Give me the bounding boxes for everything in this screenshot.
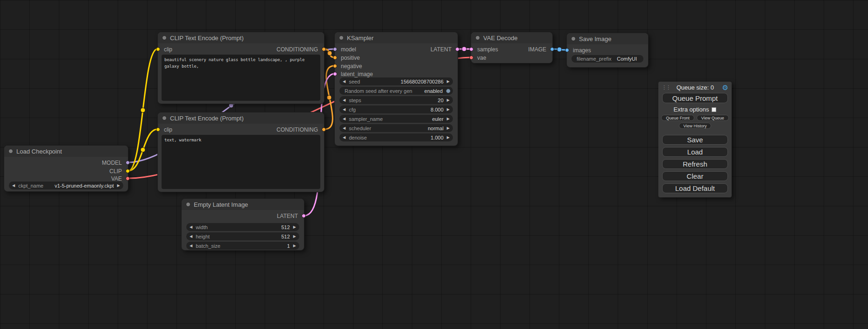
output-label-latent: LATENT bbox=[277, 213, 298, 219]
collapse-dot-icon[interactable] bbox=[571, 36, 576, 41]
load-button[interactable]: Load bbox=[662, 147, 728, 157]
decrement-arrow-icon[interactable]: ◀ bbox=[343, 77, 346, 85]
queue-front-button[interactable]: Queue Front bbox=[661, 115, 694, 121]
random-seed-widget[interactable]: Random seed after every gen enabled bbox=[339, 87, 453, 95]
widget-label: sampler_name bbox=[349, 116, 383, 122]
collapse-dot-icon[interactable] bbox=[339, 35, 344, 40]
output-port-latent[interactable] bbox=[302, 214, 306, 218]
decrement-arrow-icon[interactable]: ◀ bbox=[190, 242, 192, 250]
view-queue-button[interactable]: View Queue bbox=[697, 115, 729, 121]
node-save-image[interactable]: Save Image images filename_prefix ComfyU… bbox=[566, 33, 649, 68]
prompt-textarea[interactable]: beautiful scenery nature glass bottle la… bbox=[162, 55, 320, 101]
collapse-dot-icon[interactable] bbox=[162, 35, 167, 40]
increment-arrow-icon[interactable]: ▶ bbox=[293, 232, 296, 240]
decrement-arrow-icon[interactable]: ◀ bbox=[190, 223, 192, 231]
extra-options-checkbox[interactable] bbox=[712, 107, 716, 112]
toggle-knob[interactable] bbox=[446, 89, 451, 93]
next-arrow-icon[interactable]: ▶ bbox=[117, 182, 120, 189]
node-title[interactable]: VAE Decode bbox=[471, 32, 552, 43]
node-clip-text-encode-negative[interactable]: CLIP Text Encode (Prompt) clip CONDITION… bbox=[157, 112, 325, 192]
node-graph-canvas[interactable]: Load Checkpoint MODEL CLIP VAE ◀ ckpt_na… bbox=[0, 0, 868, 329]
collapse-dot-icon[interactable] bbox=[8, 149, 13, 154]
prev-arrow-icon[interactable]: ◀ bbox=[12, 182, 15, 189]
node-title[interactable]: CLIP Text Encode (Prompt) bbox=[158, 32, 324, 43]
prev-arrow-icon[interactable]: ◀ bbox=[343, 124, 346, 132]
output-port-model[interactable] bbox=[126, 161, 130, 165]
width-widget[interactable]: ◀ width 512 ▶ bbox=[186, 223, 299, 231]
node-vae-decode[interactable]: VAE Decode samples IMAGE vae bbox=[471, 32, 553, 63]
prev-arrow-icon[interactable]: ◀ bbox=[343, 115, 346, 123]
increment-arrow-icon[interactable]: ▶ bbox=[447, 77, 450, 85]
output-port-conditioning[interactable] bbox=[322, 127, 326, 132]
drag-handle-icon[interactable]: ⋮⋮ bbox=[662, 84, 668, 91]
collapse-dot-icon[interactable] bbox=[162, 116, 167, 120]
output-label-vae: VAE bbox=[111, 175, 122, 182]
next-arrow-icon[interactable]: ▶ bbox=[447, 115, 450, 123]
cfg-widget[interactable]: ◀ cfg 8.000 ▶ bbox=[339, 105, 453, 113]
view-history-button[interactable]: View History bbox=[679, 123, 712, 129]
clear-button[interactable]: Clear bbox=[662, 171, 728, 181]
load-default-button[interactable]: Load Default bbox=[662, 183, 728, 193]
input-port-clip[interactable] bbox=[156, 127, 160, 132]
node-title[interactable]: KSampler bbox=[335, 32, 458, 43]
input-label-latent-image: latent_image bbox=[341, 71, 373, 77]
node-title-text: Load Checkpoint bbox=[16, 148, 62, 155]
input-port-vae[interactable] bbox=[469, 56, 473, 60]
node-title-text: Save Image bbox=[579, 35, 611, 42]
output-label-conditioning: CONDITIONING bbox=[276, 46, 318, 53]
output-label-model: MODEL bbox=[102, 160, 122, 166]
widget-label: denoise bbox=[349, 135, 367, 140]
next-arrow-icon[interactable]: ▶ bbox=[447, 124, 450, 132]
denoise-widget[interactable]: ◀ denoise 1.000 ▶ bbox=[339, 133, 453, 141]
input-label-positive: positive bbox=[341, 55, 360, 61]
steps-widget[interactable]: ◀ steps 20 ▶ bbox=[339, 96, 453, 104]
node-title[interactable]: CLIP Text Encode (Prompt) bbox=[158, 112, 324, 124]
increment-arrow-icon[interactable]: ▶ bbox=[293, 242, 296, 250]
queue-prompt-button[interactable]: Queue Prompt bbox=[662, 93, 728, 103]
increment-arrow-icon[interactable]: ▶ bbox=[447, 105, 450, 113]
output-port-vae[interactable] bbox=[126, 176, 130, 181]
wire-midpoint-latent-out bbox=[462, 47, 466, 51]
widget-value: 8.000 bbox=[356, 107, 444, 112]
node-load-checkpoint[interactable]: Load Checkpoint MODEL CLIP VAE ◀ ckpt_na… bbox=[4, 145, 128, 192]
input-port-model[interactable] bbox=[333, 47, 337, 51]
input-port-negative[interactable] bbox=[333, 64, 337, 68]
filename-prefix-widget[interactable]: filename_prefix ComfyUI bbox=[572, 55, 643, 63]
decrement-arrow-icon[interactable]: ◀ bbox=[190, 232, 192, 240]
node-title[interactable]: Empty Latent Image bbox=[182, 199, 304, 210]
sampler-name-widget[interactable]: ◀ sampler_name euler ▶ bbox=[339, 115, 453, 123]
output-port-latent[interactable] bbox=[455, 47, 459, 51]
height-widget[interactable]: ◀ height 512 ▶ bbox=[186, 232, 299, 240]
save-button[interactable]: Save bbox=[662, 135, 728, 145]
settings-gear-icon[interactable]: ⚙ bbox=[722, 84, 728, 91]
input-port-samples[interactable] bbox=[469, 47, 473, 51]
collapse-dot-icon[interactable] bbox=[186, 202, 191, 207]
scheduler-widget[interactable]: ◀ scheduler normal ▶ bbox=[339, 124, 453, 132]
decrement-arrow-icon[interactable]: ◀ bbox=[343, 105, 346, 113]
node-title[interactable]: Load Checkpoint bbox=[4, 146, 128, 157]
node-title-text: KSampler bbox=[347, 35, 374, 42]
refresh-button[interactable]: Refresh bbox=[662, 159, 728, 169]
input-port-latent-image[interactable] bbox=[333, 72, 337, 76]
batch-size-widget[interactable]: ◀ batch_size 1 ▶ bbox=[186, 242, 299, 250]
input-port-positive[interactable] bbox=[333, 56, 337, 60]
output-port-image[interactable] bbox=[550, 47, 554, 51]
seed-widget[interactable]: ◀ seed 156680208700286 ▶ bbox=[339, 77, 453, 85]
node-clip-text-encode-positive[interactable]: CLIP Text Encode (Prompt) clip CONDITION… bbox=[157, 32, 325, 104]
decrement-arrow-icon[interactable]: ◀ bbox=[343, 133, 346, 141]
node-ksampler[interactable]: KSampler model LATENT positive negative … bbox=[334, 32, 458, 146]
decrement-arrow-icon[interactable]: ◀ bbox=[343, 96, 346, 104]
increment-arrow-icon[interactable]: ▶ bbox=[293, 223, 296, 231]
collapse-dot-icon[interactable] bbox=[475, 35, 480, 40]
widget-value: enabled bbox=[412, 88, 443, 94]
node-empty-latent-image[interactable]: Empty Latent Image LATENT ◀ width 512 ▶ … bbox=[181, 198, 304, 251]
input-port-images[interactable] bbox=[565, 48, 569, 52]
output-port-clip[interactable] bbox=[126, 169, 130, 173]
input-port-clip[interactable] bbox=[156, 47, 160, 51]
increment-arrow-icon[interactable]: ▶ bbox=[447, 133, 450, 141]
node-title[interactable]: Save Image bbox=[567, 33, 648, 44]
output-port-conditioning[interactable] bbox=[322, 47, 326, 51]
prompt-textarea[interactable]: text, watermark bbox=[162, 135, 320, 189]
increment-arrow-icon[interactable]: ▶ bbox=[447, 96, 450, 104]
ckpt-name-widget[interactable]: ◀ ckpt_name v1-5-pruned-emaonly.ckpt ▶ bbox=[9, 182, 123, 189]
